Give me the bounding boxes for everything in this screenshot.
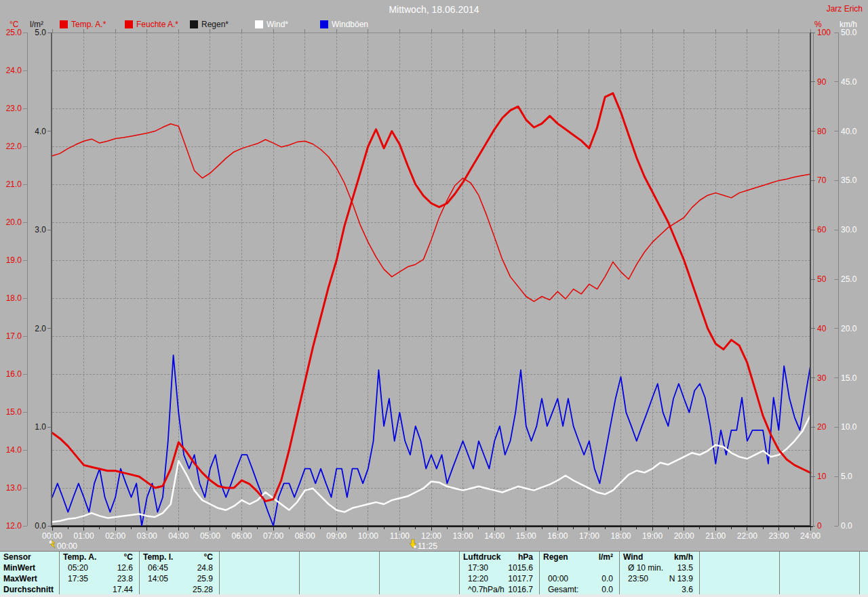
- humidity-axis-unit-label: %: [814, 20, 822, 29]
- legend-item-wind[interactable]: Wind*: [255, 20, 288, 29]
- table-cell: 17.44: [60, 584, 139, 595]
- temp-axis-tick-label: 13.0: [6, 483, 22, 493]
- table-column-name: [220, 552, 223, 562]
- table-cell: [300, 584, 379, 595]
- humidity-axis-tick-label: 40: [817, 324, 827, 333]
- table-cell-value: [853, 562, 859, 573]
- temp-axis-tick-label: 17.0: [6, 331, 22, 341]
- x-axis-tick-label: 12:00: [421, 531, 441, 541]
- table-cell-value: [773, 584, 779, 595]
- wind-axis-tick-label: 45.0: [841, 77, 857, 87]
- table-cell-time: ^0.7hPa/h: [460, 584, 505, 595]
- table-row-label: MaxWert: [0, 573, 59, 584]
- temp-axis-tick-label: 14.0: [6, 445, 22, 455]
- table-column-empty-4: [700, 552, 780, 595]
- x-axis-tick-label: 13:00: [453, 531, 473, 541]
- table-column-name: [780, 552, 783, 562]
- legend-wind-swatch: [255, 20, 263, 28]
- legend-temp-a-swatch: [60, 20, 68, 28]
- table-column-unit: [773, 552, 779, 562]
- table-cell-value: [293, 562, 299, 573]
- humidity-axis-tick-label: 50: [817, 274, 827, 284]
- table-column-unit: [373, 552, 379, 562]
- table-cell: Gesamt:0.0: [540, 584, 619, 595]
- table-cell-time: 23:50: [620, 573, 648, 584]
- table-cell: 06:4524.8: [140, 562, 219, 573]
- table-column-luftdruck: LuftdruckhPa17:301015.612:201017.7^0.7hP…: [460, 552, 540, 595]
- table-cell: ^0.7hPa/h1016.7: [460, 584, 539, 595]
- table-cell-time: [220, 562, 228, 573]
- table-cell: [700, 562, 779, 573]
- x-axis-tick-label: 22:00: [737, 531, 757, 541]
- table-cell: 17:301015.6: [460, 562, 539, 573]
- rain-axis-tick-label: 4.0: [35, 127, 46, 136]
- table-column-name: [700, 552, 703, 562]
- table-cell-value: 25.28: [193, 584, 219, 595]
- table-cell: [380, 562, 459, 573]
- table-cell-time: [220, 573, 228, 584]
- table-cell: 14:0525.9: [140, 573, 219, 584]
- table-cell-time: [140, 584, 148, 595]
- table-column-empty-5: [780, 552, 860, 595]
- table-cell-value: 17.44: [113, 584, 139, 595]
- table-cell: [780, 562, 859, 573]
- table-column-empty-1: [220, 552, 300, 595]
- table-filler-column: [860, 552, 868, 595]
- legend-row: °C l/m² Temp. A.* Feuchte A.* Regen* Win…: [0, 20, 868, 30]
- table-cell-time: [700, 573, 708, 584]
- table-cell-value: 1017.7: [508, 573, 539, 584]
- temp-axis-tick-label: 23.0: [6, 104, 22, 113]
- table-cell-value: [453, 584, 459, 595]
- table-row-label: MinWert: [0, 562, 59, 573]
- wind-axis-tick-label: 0.0: [841, 521, 852, 531]
- humidity-axis-tick-label: 90: [817, 77, 827, 87]
- table-column-unit: l/m²: [599, 552, 619, 562]
- table-column-unit: °C: [124, 552, 139, 562]
- temp-axis-tick-label: 24.0: [6, 66, 22, 75]
- table-cell: [220, 584, 299, 595]
- table-cell-time: [780, 584, 788, 595]
- temp-axis-tick-label: 20.0: [6, 218, 22, 227]
- marker-dot-icon: [414, 545, 416, 548]
- table-cell-time: [300, 573, 308, 584]
- table-cell-time: [380, 562, 388, 573]
- legend-item-feuchte-a[interactable]: Feuchte A.*: [125, 20, 178, 29]
- x-axis-tick-label: 16:00: [547, 531, 568, 541]
- table-column-unit: km/h: [674, 552, 699, 562]
- table-column-header: LuftdruckhPa: [460, 552, 539, 562]
- table-cell-time: 12:20: [460, 573, 488, 584]
- table-cell: [220, 562, 299, 573]
- table-cell: [220, 573, 299, 584]
- table-column-header: Temp. I.°C: [140, 552, 219, 562]
- temp-axis-tick-label: 21.0: [6, 180, 22, 189]
- table-cell: 17:3523.8: [60, 573, 139, 584]
- temp-axis-tick-label: 15.0: [6, 407, 22, 417]
- table-cell-time: [780, 573, 788, 584]
- rain-axis-unit-label: l/m²: [30, 20, 43, 29]
- table-column-header: Temp. A.°C: [60, 552, 139, 562]
- legend-regen-label: Regen*: [201, 20, 229, 29]
- legend-windboeen-label: Windböen: [332, 20, 368, 29]
- table-cell-value: [773, 562, 779, 573]
- table-cell-value: 12.6: [117, 562, 139, 573]
- x-axis-tick-label: 18:00: [610, 531, 631, 541]
- rain-axis-tick-label: 0.0: [35, 521, 46, 531]
- table-column-unit: [293, 552, 299, 562]
- wind-axis-tick-label: 5.0: [841, 472, 852, 481]
- table-column-unit: hPa: [518, 552, 539, 562]
- table-cell-time: 17:30: [460, 562, 488, 573]
- table-cell-value: N 13.9: [669, 573, 699, 584]
- table-column-header: [220, 552, 299, 562]
- table-cell-value: 3.6: [682, 584, 699, 595]
- table-cell-value: [853, 573, 859, 584]
- table-cell: [780, 584, 859, 595]
- table-cell-time: 06:45: [140, 562, 168, 573]
- x-axis-tick-label: 10:00: [358, 531, 378, 541]
- legend-item-regen[interactable]: Regen*: [190, 20, 229, 29]
- legend-item-temp-a[interactable]: Temp. A.*: [60, 20, 106, 29]
- wind-axis-tick-label: 20.0: [841, 324, 857, 333]
- table-cell: [700, 584, 779, 595]
- x-axis-tick-label: 24:00: [800, 531, 821, 541]
- legend-item-windboeen[interactable]: Windböen: [320, 20, 368, 29]
- chart-title: Mittwoch, 18.06.2014: [0, 4, 868, 15]
